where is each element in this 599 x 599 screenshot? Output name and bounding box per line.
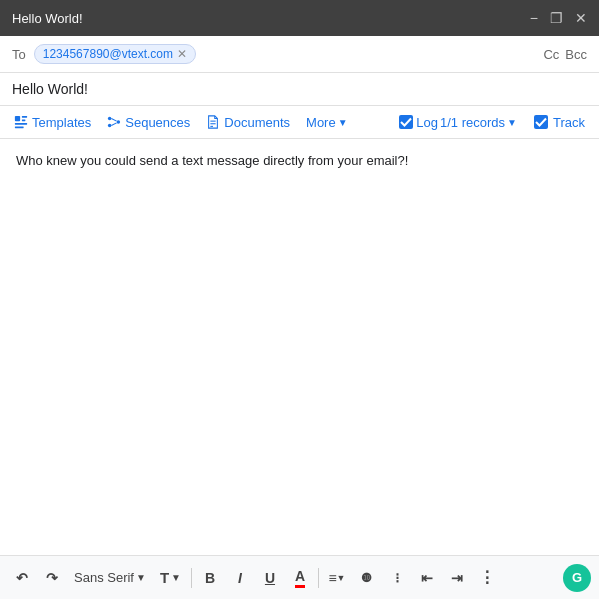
undo-button[interactable]: ↶ <box>8 564 36 592</box>
templates-label: Templates <box>32 115 91 130</box>
svg-point-5 <box>108 117 112 121</box>
underline-button[interactable]: U <box>256 564 284 592</box>
font-family-select[interactable]: Sans Serif ▼ <box>68 568 152 587</box>
to-row: To 1234567890@vtext.com ✕ Cc Bcc <box>0 36 599 73</box>
window-title: Hello World! <box>12 11 83 26</box>
body-text: Who knew you could send a text message d… <box>16 153 408 168</box>
email-body[interactable]: Who knew you could send a text message d… <box>0 139 599 555</box>
track-checkbox-icon <box>533 114 549 130</box>
svg-rect-4 <box>15 126 24 128</box>
font-size-button[interactable]: T ▼ <box>154 567 187 588</box>
log-chevron-icon: ▼ <box>507 117 517 128</box>
track-button[interactable]: Track <box>527 110 591 134</box>
font-family-chevron-icon: ▼ <box>136 572 146 583</box>
indent-decrease-icon: ⇤ <box>421 570 433 586</box>
templates-button[interactable]: Templates <box>8 111 97 134</box>
window-controls: − ❐ ✕ <box>530 10 587 26</box>
indent-increase-button[interactable]: ⇥ <box>443 564 471 592</box>
align-button[interactable]: ≡ ▼ <box>323 564 351 592</box>
documents-button[interactable]: Documents <box>200 111 296 134</box>
compose-window: Hello World! − ❐ ✕ To 1234567890@vtext.c… <box>0 0 599 599</box>
recipient-email: 1234567890@vtext.com <box>43 47 173 61</box>
bullet-list-button[interactable]: ⁝ <box>383 564 411 592</box>
toolbar-right: Log 1/1 records ▼ Track <box>392 110 591 134</box>
svg-point-7 <box>117 120 121 124</box>
bold-icon: B <box>205 570 215 586</box>
font-color-button[interactable]: A <box>286 564 314 592</box>
expand-icon[interactable]: ❐ <box>550 10 563 26</box>
numbered-list-icon: ❿ <box>361 571 372 585</box>
log-label: Log <box>416 115 438 130</box>
sequences-icon <box>107 115 121 129</box>
minimize-icon[interactable]: − <box>530 10 538 26</box>
more-formatting-icon: ⋮ <box>479 568 495 587</box>
font-size-icon: T <box>160 569 169 586</box>
bold-button[interactable]: B <box>196 564 224 592</box>
log-checkbox-icon <box>398 114 414 130</box>
remove-recipient-button[interactable]: ✕ <box>177 48 187 60</box>
svg-rect-0 <box>15 116 20 121</box>
bullet-list-icon: ⁝ <box>395 570 399 586</box>
recipient-chip: 1234567890@vtext.com ✕ <box>34 44 196 64</box>
indent-increase-icon: ⇥ <box>451 570 463 586</box>
underline-icon: U <box>265 570 275 586</box>
indent-decrease-button[interactable]: ⇤ <box>413 564 441 592</box>
subject-text: Hello World! <box>12 81 88 97</box>
more-chevron-icon: ▼ <box>338 117 348 128</box>
more-label: More <box>306 115 336 130</box>
documents-icon <box>206 115 220 129</box>
sequences-label: Sequences <box>125 115 190 130</box>
italic-icon: I <box>238 570 242 586</box>
grammarly-button[interactable]: G <box>563 564 591 592</box>
compose-toolbar: Templates Sequences Documents M <box>0 106 599 139</box>
subject-row: Hello World! <box>0 73 599 106</box>
svg-rect-3 <box>15 123 27 125</box>
align-icon: ≡ <box>328 570 336 586</box>
cc-button[interactable]: Cc <box>543 47 559 62</box>
formatting-toolbar: ↶ ↷ Sans Serif ▼ T ▼ B I U A ≡ ▼ <box>0 555 599 599</box>
svg-point-6 <box>108 124 112 128</box>
more-button[interactable]: More ▼ <box>300 111 354 134</box>
sequences-button[interactable]: Sequences <box>101 111 196 134</box>
grammarly-icon: G <box>572 570 582 585</box>
templates-icon <box>14 115 28 129</box>
svg-rect-1 <box>22 116 27 118</box>
close-icon[interactable]: ✕ <box>575 10 587 26</box>
redo-button[interactable]: ↷ <box>38 564 66 592</box>
bcc-button[interactable]: Bcc <box>565 47 587 62</box>
redo-icon: ↷ <box>46 570 58 586</box>
italic-button[interactable]: I <box>226 564 254 592</box>
font-family-label: Sans Serif <box>74 570 134 585</box>
svg-rect-2 <box>22 119 26 121</box>
to-input[interactable] <box>204 47 535 62</box>
align-chevron-icon: ▼ <box>337 573 346 583</box>
title-bar: Hello World! − ❐ ✕ <box>0 0 599 36</box>
log-button[interactable]: Log 1/1 records ▼ <box>392 110 523 134</box>
separator-2 <box>318 568 319 588</box>
track-label: Track <box>553 115 585 130</box>
cc-bcc-controls: Cc Bcc <box>543 47 587 62</box>
more-formatting-button[interactable]: ⋮ <box>473 564 501 592</box>
svg-line-8 <box>112 119 117 122</box>
numbered-list-button[interactable]: ❿ <box>353 564 381 592</box>
undo-icon: ↶ <box>16 570 28 586</box>
log-records-count: 1/1 records <box>440 115 505 130</box>
font-size-chevron-icon: ▼ <box>171 572 181 583</box>
separator-1 <box>191 568 192 588</box>
to-label: To <box>12 47 26 62</box>
font-color-icon: A <box>295 568 305 588</box>
svg-line-9 <box>112 123 117 126</box>
documents-label: Documents <box>224 115 290 130</box>
